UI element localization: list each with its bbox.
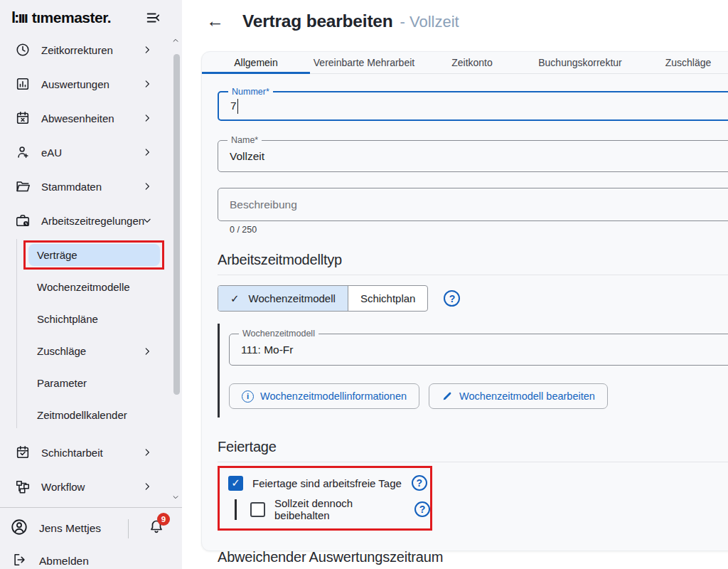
sidebar-item-abwesenheiten[interactable]: Abwesenheiten [0,101,182,135]
tab-vereinbarte-mehrarbeit[interactable]: Vereinbarte Mehrarbeit [310,52,418,73]
chevron-right-icon [142,181,152,191]
pencil-icon [441,390,453,402]
annotation-red-box-feiertage: ✓ Feiertage sind arbeitsfreie Tage ? Sol… [218,466,432,531]
notifications-bell-icon[interactable]: 9 [148,518,165,538]
sidebar-item-label: Schichtarbeit [41,447,103,459]
sidebar-item-label: Arbeitszeitregelungen [41,215,144,227]
sidebar-item-label: eAU [41,147,62,159]
back-button[interactable]: ← [206,11,224,31]
nummer-field[interactable]: Nummer* 7 [218,91,728,121]
nummer-value: 7 [230,100,237,112]
person-icon [14,144,31,160]
sidebar-item-schichtarbeit[interactable]: Schichtarbeit [0,435,182,469]
calendar-check-icon [14,445,31,460]
chevron-right-icon [142,346,152,356]
chevron-right-icon [142,79,152,89]
bar-chart-icon [14,76,31,92]
user-name: Jens Mettjes [39,522,101,535]
toggle-wochenzeitmodell[interactable]: ✓ Wochenzeitmodell [218,286,348,311]
chevron-right-icon [142,447,152,457]
folder-icon [14,179,31,194]
toggle-schichtplan[interactable]: Schichtplan [348,286,428,311]
tab-allgemein[interactable]: Allgemein [202,52,310,73]
section-divider [218,462,728,462]
wochenzeitmodell-field[interactable]: Wochenzeitmodell 111: Mo-Fr [229,334,728,366]
name-value: Vollzeit [218,141,728,171]
tab-zeitkonto[interactable]: Zeitkonto [418,52,526,73]
checkbox-label: Feiertage sind arbeitsfreie Tage [252,477,402,489]
sidebar-item-label: Abwesenheiten [41,112,114,124]
user-avatar-icon [10,518,28,539]
checkbox-sollzeit-beibehalten[interactable] [250,502,265,517]
contract-form-card: Allgemein Vereinbarte Mehrarbeit Zeitkon… [201,51,728,551]
sidebar-item-label: Auswertungen [41,78,109,90]
chevron-down-icon [142,216,152,225]
tab-zuschlaege[interactable]: Zuschläge [634,52,728,73]
section-title-feiertage: Feiertage [218,439,728,455]
logout-icon [12,552,28,569]
briefcase-clock-icon [14,213,31,228]
sidebar-item-workflow[interactable]: Workflow [0,469,182,504]
beschreibung-field[interactable]: Beschreibung [218,188,728,221]
beschreibung-placeholder: Beschreibung [218,188,728,220]
sidebar-subitem-label: Schichtpläne [0,313,98,325]
sidebar-item-label: Stammdaten [41,181,102,193]
name-field[interactable]: Name* Vollzeit [218,140,728,172]
nummer-label: Nummer* [228,87,273,97]
sidebar-item-eau[interactable]: eAU [0,135,182,169]
page-title: Vertrag bearbeiten [242,11,393,31]
sidebar-item-zeitkorrekturen[interactable]: Zeitkorrekturen [0,33,182,67]
chevron-right-icon [142,147,152,157]
sidebar-subitem-parameter[interactable]: Parameter [0,367,182,399]
checkbox-feiertage-arbeitsfrei[interactable]: ✓ [228,476,243,491]
sidebar-subitem-label: Verträge [0,249,77,261]
section-title-abweichend: Abweichender Auswertungszeitraum [218,549,728,565]
sidebar-item-label: Workflow [41,481,85,493]
chevron-right-icon [142,482,152,491]
calendar-x-icon [14,110,31,126]
chevron-right-icon [142,45,152,55]
workflow-icon [14,479,31,494]
scrollbar-thumb[interactable] [173,54,180,395]
sidebar-subitem-label: Parameter [0,377,87,389]
scrollbar-down-icon[interactable] [172,494,179,501]
section-divider [218,275,728,275]
modelltyp-toggle-group: ✓ Wochenzeitmodell Schichtplan [218,285,428,312]
help-icon[interactable]: ? [414,501,430,517]
sidebar-subitem-label: Zuschläge [0,345,86,357]
sidebar-subitem-label: Wochenzeitmodelle [0,281,130,293]
sidebar-nav: Zeitkorrekturen Auswertungen Abwesenheit… [0,33,182,538]
sidebar-item-auswertungen[interactable]: Auswertungen [0,67,182,101]
text-cursor [237,99,239,114]
check-icon: ✓ [230,292,240,305]
scrollbar-up-icon[interactable] [172,37,179,44]
logout-label: Abmelden [39,555,89,568]
help-icon[interactable]: ? [412,475,427,491]
sidebar-item-arbeitszeitregelungen[interactable]: Arbeitszeitregelungen [0,203,182,238]
section-title-arbeitszeitmodelltyp: Arbeitszeitmodelltyp [218,252,728,268]
tab-buchungskorrektur[interactable]: Buchungskorrektur [526,52,634,73]
sidebar-item-stammdaten[interactable]: Stammdaten [0,169,182,203]
wochenzeitmodell-group: Wochenzeitmodell 111: Mo-Fr i Wochenzeit… [218,324,728,418]
sidebar-subitem-wochenzeitmodelle[interactable]: Wochenzeitmodelle [0,271,182,303]
sidebar-subitem-schichtplaene[interactable]: Schichtpläne [0,303,182,335]
collapse-sidebar-icon[interactable] [145,10,161,26]
checkbox-label: Sollzeit dennoch beibehalten [274,497,405,521]
footer-separator [128,519,129,538]
name-label: Name* [228,135,262,145]
sidebar-subitem-zuschlaege[interactable]: Zuschläge [0,335,182,367]
sidebar-subitem-vertraege[interactable]: Verträge [0,239,182,271]
sidebar-footer: Jens Mettjes 9 Abmelden [0,507,182,569]
wochenzeitmodell-value: 111: Mo-Fr [230,334,728,365]
logo-text: tımemaster. [32,9,111,26]
logout-button[interactable]: Abmelden [0,549,182,569]
sidebar-subitem-zeitmodellkalender[interactable]: Zeitmodellkalender [0,399,182,431]
logo-mark: l:ııı [11,9,27,27]
main-content: ← Vertrag bearbeiten - Vollzeit Allgemei… [182,0,728,569]
tab-bar: Allgemein Vereinbarte Mehrarbeit Zeitkon… [202,52,728,74]
notification-badge: 9 [157,513,170,526]
wochenzeitmodell-bearbeiten-button[interactable]: Wochenzeitmodell bearbeiten [429,383,608,409]
clock-icon [14,42,31,58]
help-icon[interactable]: ? [444,290,460,307]
wochenzeitmodellinformationen-button[interactable]: i Wochenzeitmodellinformationen [229,383,419,409]
